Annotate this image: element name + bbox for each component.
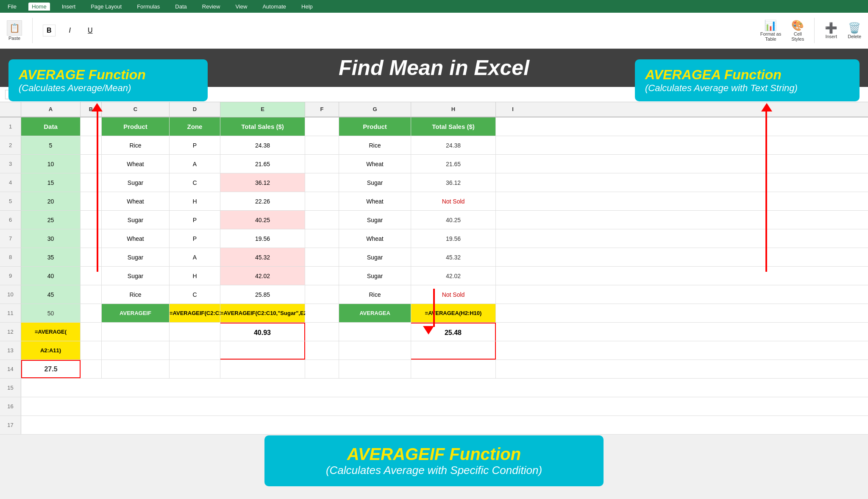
cell-C8-product[interactable]: Sugar: [102, 248, 170, 266]
cell-C9-product[interactable]: Sugar: [102, 267, 170, 285]
cell-H11-formula[interactable]: =AVERAGEA(H2:H10): [411, 304, 496, 322]
col-header-E: E: [220, 102, 305, 117]
cell-H1-header[interactable]: Total Sales ($): [411, 117, 496, 136]
cell-H3-sales[interactable]: 21.65: [411, 155, 496, 173]
paste-button[interactable]: 📋 Paste: [7, 20, 22, 41]
cell-G1-header[interactable]: Product: [339, 117, 411, 136]
cell-C3-product[interactable]: Wheat: [102, 155, 170, 173]
cell-G9-product[interactable]: Sugar: [339, 267, 411, 285]
cell-A8[interactable]: 35: [21, 248, 81, 266]
tab-insert[interactable]: Insert: [58, 3, 79, 11]
tab-pagelayout[interactable]: Page Layout: [87, 3, 125, 11]
cell-D3-zone[interactable]: A: [170, 155, 220, 173]
cell-E11-formula[interactable]: =AVERAGEIF(C2:C10,"Sugar",E2:E10): [220, 304, 305, 322]
cell-C7-product[interactable]: Wheat: [102, 229, 170, 248]
table-row: 3 10 Wheat A 21.65 Wheat 21.65: [0, 155, 868, 173]
cell-G5-product[interactable]: Wheat: [339, 192, 411, 210]
cell-D9-zone[interactable]: H: [170, 267, 220, 285]
cell-G7-product[interactable]: Wheat: [339, 229, 411, 248]
italic-button[interactable]: I: [66, 25, 74, 36]
cell-H6-sales[interactable]: 40.25: [411, 211, 496, 229]
col-header-C: C: [102, 102, 170, 117]
delete-button[interactable]: 🗑️ Delete: [848, 22, 861, 39]
cell-A9[interactable]: 40: [21, 267, 81, 285]
callout-averageif-subtitle: (Calculates Average with Specific Condit…: [286, 464, 582, 477]
cell-H5-sales[interactable]: Not Sold: [411, 192, 496, 210]
col-header-I: I: [496, 102, 530, 117]
cell-A4[interactable]: 15: [21, 173, 81, 192]
cell-C5-product[interactable]: Wheat: [102, 192, 170, 210]
table-row: 2 5 Rice P 24.38 Rice 24.38: [0, 136, 868, 155]
cell-D1-header[interactable]: Zone: [170, 117, 220, 136]
cell-E12-result[interactable]: 40.93: [220, 323, 305, 341]
cell-E9-sales[interactable]: 42.02: [220, 267, 305, 285]
cell-G11-averagea[interactable]: AVERAGEA: [339, 304, 411, 322]
cell-H10-sales[interactable]: Not Sold: [411, 285, 496, 304]
cell-A6[interactable]: 25: [21, 211, 81, 229]
tab-home[interactable]: Home: [28, 3, 50, 11]
cell-E1-header[interactable]: Total Sales ($): [220, 117, 305, 136]
cell-A2[interactable]: 5: [21, 136, 81, 154]
col-header-H: H: [411, 102, 496, 117]
cell-G10-product[interactable]: Rice: [339, 285, 411, 304]
table-row: 9 40 Sugar H 42.02 Sugar 42.02: [0, 267, 868, 285]
tab-automate[interactable]: Automate: [259, 3, 289, 11]
cell-E3-sales[interactable]: 21.65: [220, 155, 305, 173]
cell-G2-product[interactable]: Rice: [339, 136, 411, 154]
cell-styles-button[interactable]: 🎨 Cell Styles: [791, 20, 804, 42]
table-row: 4 15 Sugar C 36.12 Sugar 36.12: [0, 173, 868, 192]
cell-G6-product[interactable]: Sugar: [339, 211, 411, 229]
cell-H9-sales[interactable]: 42.02: [411, 267, 496, 285]
tab-formulas[interactable]: Formulas: [134, 3, 163, 11]
cell-C2-product[interactable]: Rice: [102, 136, 170, 154]
cell-A12-formula1[interactable]: =AVERAGE(: [21, 323, 81, 341]
tab-data[interactable]: Data: [172, 3, 190, 11]
cell-G3-product[interactable]: Wheat: [339, 155, 411, 173]
insert-button[interactable]: ➕ Insert: [825, 22, 837, 39]
cell-E10-sales[interactable]: 25.85: [220, 285, 305, 304]
cell-D7-zone[interactable]: P: [170, 229, 220, 248]
cell-A1-header[interactable]: Data: [21, 117, 81, 136]
cell-E8-sales[interactable]: 45.32: [220, 248, 305, 266]
cell-A10[interactable]: 45: [21, 285, 81, 304]
cell-A13-formula2[interactable]: A2:A11): [21, 341, 81, 360]
col-header-G: G: [339, 102, 411, 117]
cell-A14-result[interactable]: 27.5: [21, 360, 81, 378]
cell-E2-sales[interactable]: 24.38: [220, 136, 305, 154]
cell-C11-averageif[interactable]: AVERAGEIF: [102, 304, 170, 322]
cell-H7-sales[interactable]: 19.56: [411, 229, 496, 248]
tab-file[interactable]: File: [4, 3, 20, 11]
cell-H2-sales[interactable]: 24.38: [411, 136, 496, 154]
cell-E6-sales[interactable]: 40.25: [220, 211, 305, 229]
cell-D6-zone[interactable]: P: [170, 211, 220, 229]
cell-D5-zone[interactable]: H: [170, 192, 220, 210]
cell-C10-product[interactable]: Rice: [102, 285, 170, 304]
cell-G8-product[interactable]: Sugar: [339, 248, 411, 266]
tab-help[interactable]: Help: [298, 3, 316, 11]
cell-C6-product[interactable]: Sugar: [102, 211, 170, 229]
cell-G4-product[interactable]: Sugar: [339, 173, 411, 192]
callout-averagea: AVERAGEA Function (Calculates Average wi…: [635, 59, 860, 101]
tab-view[interactable]: View: [232, 3, 250, 11]
callout-averageif-title: AVERAGEIF Function: [286, 445, 582, 464]
tab-review[interactable]: Review: [199, 3, 224, 11]
cell-A3[interactable]: 10: [21, 155, 81, 173]
cell-C1-header[interactable]: Product: [102, 117, 170, 136]
cell-C4-product[interactable]: Sugar: [102, 173, 170, 192]
cell-H8-sales[interactable]: 45.32: [411, 248, 496, 266]
cell-A11[interactable]: 50: [21, 304, 81, 322]
cell-E4-sales[interactable]: 36.12: [220, 173, 305, 192]
cell-A7[interactable]: 30: [21, 229, 81, 248]
col-header-D: D: [170, 102, 220, 117]
cell-A5[interactable]: 20: [21, 192, 81, 210]
cell-H4-sales[interactable]: 36.12: [411, 173, 496, 192]
cell-D11[interactable]: =AVERAGEIF(C2:C10,"Sugar",E2:E10): [170, 304, 220, 322]
cell-D10-zone[interactable]: C: [170, 285, 220, 304]
cell-D8-zone[interactable]: A: [170, 248, 220, 266]
cell-D2-zone[interactable]: P: [170, 136, 220, 154]
cell-E5-sales[interactable]: 22.26: [220, 192, 305, 210]
bold-button[interactable]: B: [43, 25, 56, 36]
cell-D4-zone[interactable]: C: [170, 173, 220, 192]
underline-button[interactable]: U: [84, 25, 96, 36]
cell-E7-sales[interactable]: 19.56: [220, 229, 305, 248]
